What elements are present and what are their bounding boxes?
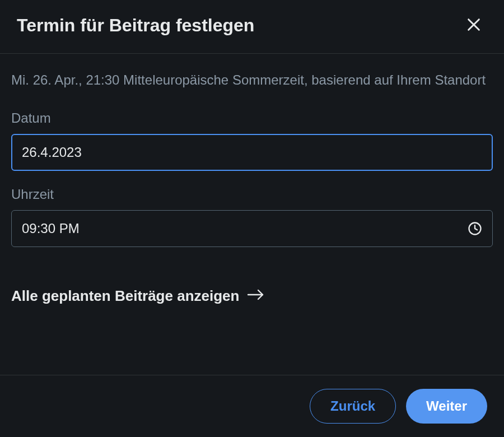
arrow-right-icon <box>247 287 265 304</box>
dialog-content: Mi. 26. Apr., 21:30 Mitteleuropäische So… <box>0 54 504 375</box>
date-input-wrapper <box>11 134 493 171</box>
next-button[interactable]: Weiter <box>406 389 487 424</box>
date-input[interactable] <box>11 134 493 171</box>
dialog-footer: Zurück Weiter <box>0 375 504 437</box>
time-input-wrapper <box>11 210 493 247</box>
dialog-title: Termin für Beitrag festlegen <box>17 15 254 36</box>
view-scheduled-posts-link[interactable]: Alle geplanten Beiträge anzeigen <box>11 287 493 305</box>
close-icon <box>465 16 483 35</box>
date-label: Datum <box>11 110 493 126</box>
clock-icon[interactable] <box>467 221 483 236</box>
schedule-info-text: Mi. 26. Apr., 21:30 Mitteleuropäische So… <box>11 71 493 90</box>
view-scheduled-posts-label: Alle geplanten Beiträge anzeigen <box>11 287 239 305</box>
time-field-group: Uhrzeit <box>11 187 493 247</box>
date-field-group: Datum <box>11 110 493 171</box>
dialog-header: Termin für Beitrag festlegen <box>0 0 504 54</box>
time-label: Uhrzeit <box>11 187 493 202</box>
back-button[interactable]: Zurück <box>310 389 396 424</box>
close-button[interactable] <box>460 11 487 40</box>
time-input[interactable] <box>11 210 493 247</box>
schedule-post-dialog: Termin für Beitrag festlegen Mi. 26. Apr… <box>0 0 504 437</box>
